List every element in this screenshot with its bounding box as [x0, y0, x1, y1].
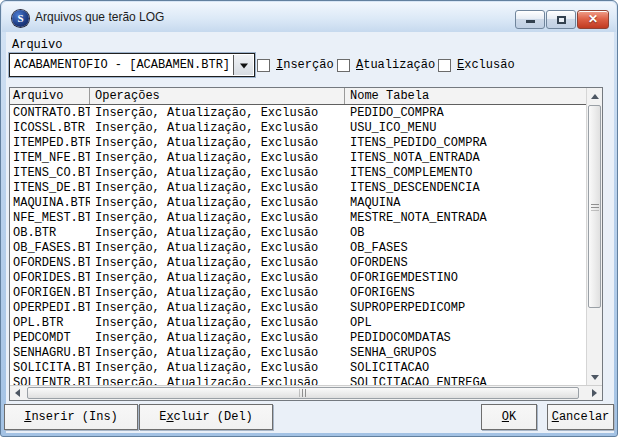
minimize-button[interactable] [515, 10, 545, 29]
vertical-scrollbar-thumb[interactable] [588, 105, 601, 308]
scroll-left-icon [15, 389, 20, 397]
scroll-right-button[interactable] [586, 386, 602, 400]
table-row[interactable]: SOLICITA.BTR Inserção, Atualização, Excl… [10, 361, 586, 376]
inserir-button[interactable]: Inserir (Ins) [4, 404, 138, 430]
table-row[interactable]: SOLIENTR.BTR Inserção, Atualização, Excl… [10, 376, 586, 385]
cell-operacoes: Inserção, Atualização, Exclusão [90, 106, 345, 121]
cell-arquivo: NFE_MEST.BTR [10, 211, 90, 226]
table-row[interactable]: OB_FASES.BTR Inserção, Atualização, Excl… [10, 241, 586, 256]
cell-nome-tabela: ITENS_DESCENDENCIA [345, 181, 586, 196]
scroll-up-button[interactable] [587, 88, 602, 105]
header-arquivo: Arquivo [10, 88, 90, 104]
dialog-window: S Arquivos que terão LOG ✕ Arquivo ACABA… [0, 0, 618, 437]
checkbox-insercao-label: Inserção [276, 58, 334, 72]
table-row[interactable]: ITEM_NFE.BTR Inserção, Atualização, Excl… [10, 151, 586, 166]
checkbox-exclusao-box[interactable] [438, 59, 451, 72]
cell-arquivo: ICOSSL.BTR [10, 121, 90, 136]
table-row[interactable]: OPERPEDI.BTR Inserção, Atualização, Excl… [10, 301, 586, 316]
table-row[interactable]: ITENS_CO.BTR Inserção, Atualização, Excl… [10, 166, 586, 181]
cell-arquivo: CONTRATO.BTR [10, 106, 90, 121]
cell-operacoes: Inserção, Atualização, Exclusão [90, 226, 345, 241]
cell-nome-tabela: ITENS_NOTA_ENTRADA [345, 151, 586, 166]
cell-operacoes: Inserção, Atualização, Exclusão [90, 121, 345, 136]
cell-operacoes: Inserção, Atualização, Exclusão [90, 301, 345, 316]
table-row[interactable]: OPL.BTR Inserção, Atualização, Exclusão … [10, 316, 586, 331]
scroll-up-icon [591, 94, 599, 99]
cell-operacoes: Inserção, Atualização, Exclusão [90, 241, 345, 256]
cell-arquivo: OPERPEDI.BTR [10, 301, 90, 316]
cell-nome-tabela: MAQUINA [345, 196, 586, 211]
horizontal-scrollbar-thumb[interactable] [27, 387, 579, 399]
checkbox-exclusao-label: Exclusão [457, 58, 515, 72]
cell-operacoes: Inserção, Atualização, Exclusão [90, 286, 345, 301]
scroll-right-icon [592, 389, 597, 397]
arquivo-combobox[interactable]: ACABAMENTOFIO - [ACABAMEN.BTR] [9, 53, 255, 77]
cell-operacoes: Inserção, Atualização, Exclusão [90, 331, 345, 346]
table-row[interactable]: OFORDENS.BTR Inserção, Atualização, Excl… [10, 256, 586, 271]
checkbox-insercao-box[interactable] [257, 59, 270, 72]
combobox-dropdown-button[interactable] [233, 55, 253, 75]
cell-operacoes: Inserção, Atualização, Exclusão [90, 196, 345, 211]
table-row[interactable]: ICOSSL.BTR Inserção, Atualização, Exclus… [10, 121, 586, 136]
cell-arquivo: ITEM_NFE.BTR [10, 151, 90, 166]
window-controls: ✕ [515, 10, 609, 29]
checkbox-atualizacao-label: Atualização [356, 58, 435, 72]
cell-arquivo: OFORIDES.BTR [10, 271, 90, 286]
table-row[interactable]: ITENS_DE.BTR Inserção, Atualização, Excl… [10, 181, 586, 196]
cell-arquivo: MAQUINA.BTR [10, 196, 90, 211]
cell-operacoes: Inserção, Atualização, Exclusão [90, 376, 345, 385]
checkbox-insercao[interactable]: Inserção [257, 58, 334, 72]
scroll-left-button[interactable] [10, 386, 26, 400]
cell-operacoes: Inserção, Atualização, Exclusão [90, 316, 345, 331]
scrollbar-grip-icon [591, 203, 599, 210]
window-title: Arquivos que terão LOG [35, 10, 164, 24]
cell-nome-tabela: MESTRE_NOTA_ENTRADA [345, 211, 586, 226]
cancelar-button[interactable]: Cancelar [547, 404, 614, 430]
cell-operacoes: Inserção, Atualização, Exclusão [90, 256, 345, 271]
cell-nome-tabela: USU_ICO_MENU [345, 121, 586, 136]
combobox-value: ACABAMENTOFIO - [ACABAMEN.BTR] [14, 58, 230, 72]
cell-nome-tabela: SENHA_GRUPOS [345, 346, 586, 361]
close-button[interactable]: ✕ [577, 10, 609, 29]
table-row[interactable]: SENHAGRU.BTR Inserção, Atualização, Excl… [10, 346, 586, 361]
table-row[interactable]: PEDCOMDT Inserção, Atualização, Exclusão… [10, 331, 586, 346]
table-row[interactable]: OFORIGEN.BTR Inserção, Atualização, Excl… [10, 286, 586, 301]
cell-arquivo: SOLIENTR.BTR [10, 376, 90, 385]
table-row[interactable]: ITEMPED.BTR Inserção, Atualização, Exclu… [10, 136, 586, 151]
cell-operacoes: Inserção, Atualização, Exclusão [90, 211, 345, 226]
cell-nome-tabela: OB_FASES [345, 241, 586, 256]
scroll-down-button[interactable] [587, 369, 602, 385]
table-row[interactable]: OB.BTR Inserção, Atualização, Exclusão O… [10, 226, 586, 241]
cell-nome-tabela: OPL [345, 316, 586, 331]
checkbox-exclusao[interactable]: Exclusão [438, 58, 515, 72]
cell-arquivo: PEDCOMDT [10, 331, 90, 346]
cell-nome-tabela: OB [345, 226, 586, 241]
scrollbar-grip-icon [300, 389, 307, 397]
table-row[interactable]: CONTRATO.BTR Inserção, Atualização, Excl… [10, 106, 586, 121]
title-bar[interactable]: S Arquivos que terão LOG ✕ [2, 2, 616, 32]
cell-operacoes: Inserção, Atualização, Exclusão [90, 151, 345, 166]
cell-nome-tabela: PEDIDOCOMDATAS [345, 331, 586, 346]
table-row[interactable]: OFORIDES.BTR Inserção, Atualização, Excl… [10, 271, 586, 286]
cell-arquivo: SOLICITA.BTR [10, 361, 90, 376]
ok-button[interactable]: OK [481, 404, 537, 430]
list-header: Arquivo Operações Nome Tabela [10, 88, 586, 105]
cell-arquivo: SENHAGRU.BTR [10, 346, 90, 361]
table-row[interactable]: MAQUINA.BTR Inserção, Atualização, Exclu… [10, 196, 586, 211]
checkbox-atualizacao[interactable]: Atualização [337, 58, 435, 72]
horizontal-scrollbar[interactable] [10, 385, 602, 400]
maximize-button[interactable] [546, 10, 576, 29]
checkbox-atualizacao-box[interactable] [337, 59, 350, 72]
cell-operacoes: Inserção, Atualização, Exclusão [90, 166, 345, 181]
close-icon: ✕ [578, 12, 608, 26]
chevron-down-icon [240, 64, 248, 69]
excluir-button[interactable]: Excluir (Del) [139, 404, 273, 430]
cell-arquivo: ITENS_DE.BTR [10, 181, 90, 196]
cell-arquivo: ITENS_CO.BTR [10, 166, 90, 181]
vertical-scrollbar[interactable] [586, 88, 602, 385]
app-logo-icon: S [12, 10, 29, 27]
dialog-client-area: Arquivo ACABAMENTOFIO - [ACABAMEN.BTR] I… [6, 32, 614, 433]
cell-arquivo: OB_FASES.BTR [10, 241, 90, 256]
cell-operacoes: Inserção, Atualização, Exclusão [90, 181, 345, 196]
table-row[interactable]: NFE_MEST.BTR Inserção, Atualização, Excl… [10, 211, 586, 226]
